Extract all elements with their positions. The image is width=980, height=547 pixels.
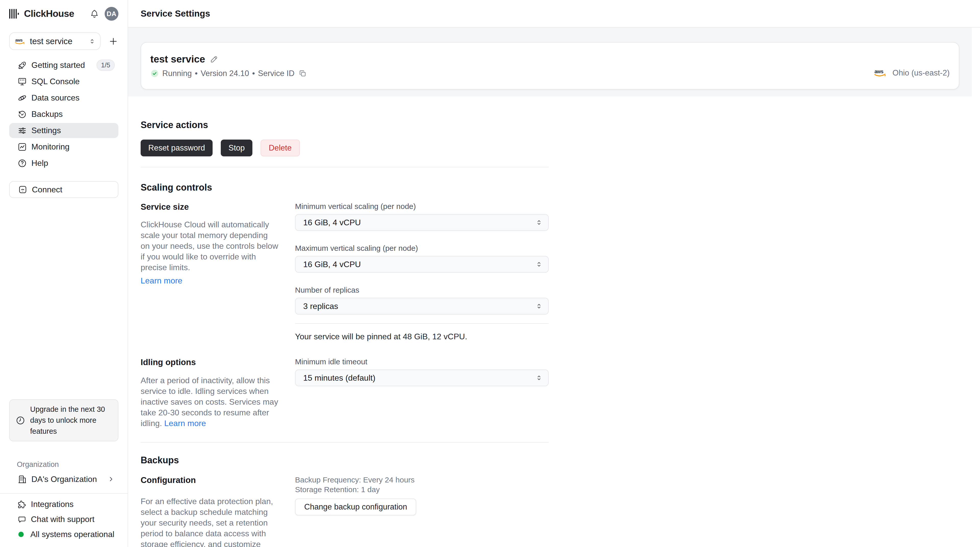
upgrade-banner[interactable]: Upgrade in the next 30 days to unlock mo… (9, 399, 118, 441)
backup-frequency-text: Backup Frequency: Every 24 hours (295, 475, 549, 485)
page-title: Service Settings (141, 8, 210, 19)
sidebar-item-settings[interactable]: Settings (9, 123, 118, 138)
stop-button[interactable]: Stop (221, 140, 252, 156)
new-service-button[interactable] (108, 36, 118, 46)
idle-timeout-column: Minimum idle timeout 15 minutes (default… (295, 357, 549, 429)
sidebar-item-integrations[interactable]: Integrations (9, 497, 118, 512)
version-text: Version 24.10 (200, 69, 249, 78)
backup-configuration-title: Configuration (141, 475, 278, 485)
idle-timeout-field: Minimum idle timeout 15 minutes (default… (295, 357, 549, 386)
sliders-icon (18, 126, 27, 135)
console-icon (18, 77, 27, 86)
chart-icon (18, 142, 27, 152)
meta-separator: • (195, 69, 197, 78)
service-actions-row: Reset password Stop Delete (141, 140, 980, 156)
provider-region: aws Ohio (us-east-2) (873, 68, 950, 78)
avatar[interactable]: DA (105, 7, 118, 21)
idling-column: Idling options After a period of inactiv… (141, 357, 278, 429)
connect-button[interactable]: Connect (9, 181, 118, 198)
settings-content: Service actions Reset password Stop Dele… (128, 97, 980, 547)
system-status-item[interactable]: All systems operational (9, 527, 118, 542)
service-id-label: Service ID (258, 69, 294, 78)
sidebar: ClickHouse DA aws test service (0, 0, 128, 547)
service-selector-value: test service (30, 37, 73, 46)
upgrade-banner-text: Upgrade in the next 30 days to unlock mo… (30, 404, 112, 437)
building-icon (18, 474, 27, 484)
connect-icon (18, 185, 27, 194)
main-area: Service Settings test service (128, 0, 980, 547)
sidebar-item-label: Data sources (32, 93, 80, 103)
service-card-info: test service Running • Ver (150, 54, 307, 78)
replicas-select[interactable]: 3 replicas (295, 298, 549, 315)
sidebar-footer: Integrations Chat with support All syste… (0, 493, 127, 547)
service-card-band: test service Running • Ver (128, 27, 972, 97)
change-backup-configuration-button[interactable]: Change backup configuration (295, 499, 416, 515)
section-divider (141, 167, 549, 167)
sidebar-item-backups[interactable]: Backups (9, 107, 118, 122)
svg-text:aws: aws (15, 38, 22, 42)
sidebar-item-label: Backups (32, 110, 63, 119)
puzzle-icon (18, 500, 27, 509)
service-size-row: Service size ClickHouse Cloud will autom… (141, 202, 980, 341)
max-scaling-value: 16 GiB, 4 vCPU (303, 260, 361, 269)
orbit-icon (18, 93, 27, 103)
sidebar-item-data-sources[interactable]: Data sources (9, 90, 118, 105)
delete-button[interactable]: Delete (261, 140, 300, 156)
idle-timeout-select[interactable]: 15 minutes (default) (295, 369, 549, 386)
organization-item[interactable]: DA's Organization (9, 472, 118, 487)
chat-bubble-icon (18, 515, 27, 524)
idle-timeout-label: Minimum idle timeout (295, 357, 549, 366)
sidebar-item-label: Help (32, 159, 48, 168)
rocket-icon (18, 60, 27, 70)
min-scaling-select[interactable]: 16 GiB, 4 vCPU (295, 214, 549, 231)
sidebar-item-monitoring[interactable]: Monitoring (9, 139, 118, 154)
backups-row: Configuration For an effective data prot… (141, 475, 980, 547)
chevron-up-down-icon (535, 302, 542, 310)
reset-password-button[interactable]: Reset password (141, 140, 213, 156)
sidebar-item-help[interactable]: Help (9, 156, 118, 171)
status-green-dot-icon (18, 532, 24, 537)
idle-timeout-value: 15 minutes (default) (303, 373, 375, 383)
sidebar-item-label: Monitoring (32, 142, 69, 151)
max-scaling-select[interactable]: 16 GiB, 4 vCPU (295, 256, 549, 273)
check-circle-icon (150, 69, 159, 78)
idling-row: Idling options After a period of inactiv… (141, 357, 980, 429)
chevron-up-down-icon (535, 261, 542, 268)
idling-description: After a period of inactivity, allow this… (141, 375, 278, 429)
app-window: ClickHouse DA aws test service (0, 0, 980, 547)
backup-description: For an effective data protection plan, s… (141, 496, 278, 547)
sidebar-item-label: Getting started (32, 60, 85, 70)
clickhouse-logo-icon (9, 9, 20, 19)
service-card: test service Running • Ver (141, 42, 959, 89)
notifications-bell-icon[interactable] (90, 9, 99, 18)
sidebar-item-sql-console[interactable]: SQL Console (9, 74, 118, 89)
chevron-up-down-icon (535, 374, 542, 382)
min-scaling-value: 16 GiB, 4 vCPU (303, 218, 361, 227)
edit-pencil-icon[interactable] (210, 55, 218, 64)
progress-badge: 1/5 (97, 59, 115, 71)
aws-logo-icon: aws (873, 68, 888, 78)
max-scaling-field: Maximum vertical scaling (per node) 16 G… (295, 244, 549, 273)
replicas-label: Number of replicas (295, 286, 549, 295)
sidebar-item-getting-started[interactable]: Getting started 1/5 (9, 58, 118, 73)
min-scaling-label: Minimum vertical scaling (per node) (295, 202, 549, 211)
region-label: Ohio (us-east-2) (892, 68, 950, 78)
footer-item-label: Chat with support (31, 515, 94, 524)
min-scaling-field: Minimum vertical scaling (per node) 16 G… (295, 202, 549, 231)
status-text: Running (162, 69, 192, 78)
backups-title: Backups (141, 455, 980, 466)
backup-settings-column: Backup Frequency: Every 24 hours Storage… (295, 475, 549, 547)
meta-separator: • (252, 69, 255, 78)
idling-description-text: After a period of inactivity, allow this… (141, 376, 278, 428)
service-size-column: Service size ClickHouse Cloud will autom… (141, 202, 278, 341)
brand-row: ClickHouse DA (0, 0, 127, 27)
idling-learn-more-link[interactable]: Learn more (164, 419, 206, 428)
sidebar-item-label: Settings (32, 126, 61, 135)
copy-icon[interactable] (299, 69, 307, 78)
service-selector[interactable]: aws test service (9, 32, 100, 50)
system-status-label: All systems operational (30, 530, 115, 539)
replicas-value: 3 replicas (303, 302, 338, 311)
scaling-learn-more-link[interactable]: Learn more (141, 275, 183, 286)
sidebar-item-chat-support[interactable]: Chat with support (9, 512, 118, 527)
service-size-description: ClickHouse Cloud will automatically scal… (141, 219, 278, 273)
